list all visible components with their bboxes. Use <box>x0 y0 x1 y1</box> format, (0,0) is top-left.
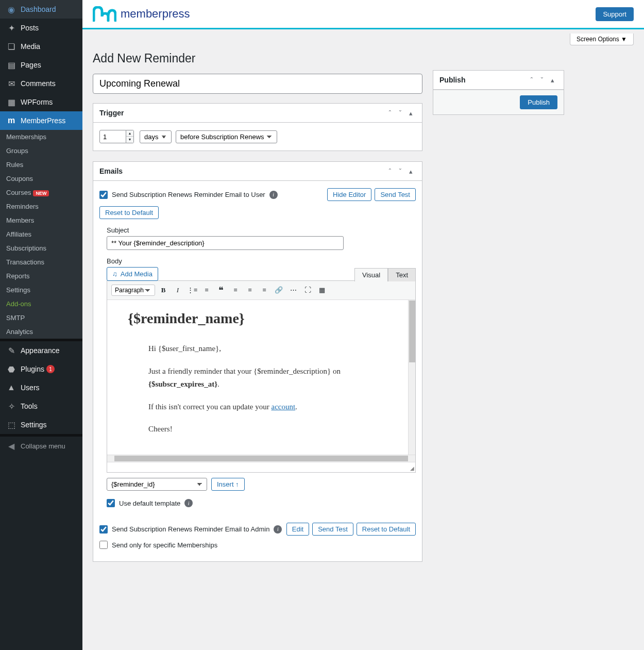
submenu-addons[interactable]: Add-ons <box>0 297 82 311</box>
horizontal-scrollbar[interactable] <box>107 455 415 462</box>
align-center-button[interactable]: ≡ <box>244 284 256 296</box>
align-right-button[interactable]: ≡ <box>258 284 270 296</box>
email-greeting: Hi {$user_first_name}, <box>148 342 395 356</box>
submenu-groups[interactable]: Groups <box>0 144 82 158</box>
memberpress-icon: m <box>6 115 16 126</box>
align-left-button[interactable]: ≡ <box>229 284 242 296</box>
emails-heading: Emails <box>99 167 385 175</box>
ul-button[interactable]: ⋮≡ <box>186 284 198 296</box>
move-up-icon[interactable]: ˆ <box>385 168 395 175</box>
add-media-button[interactable]: ♫Add Media <box>107 267 158 281</box>
screen-options-button[interactable]: Screen Options ▼ <box>570 34 634 45</box>
move-up-icon[interactable]: ˆ <box>385 109 395 117</box>
send-user-email-checkbox[interactable] <box>99 191 108 199</box>
send-test-admin-button[interactable]: Send Test <box>312 523 353 536</box>
ol-button[interactable]: ≡ <box>200 284 213 296</box>
submenu-transactions[interactable]: Transactions <box>0 255 82 269</box>
body-label: Body <box>107 257 416 265</box>
submenu-coupons[interactable]: Coupons <box>0 172 82 186</box>
media-icon: ❏ <box>6 41 16 52</box>
editor-body[interactable]: {$reminder_name} Hi {$user_first_name}, … <box>107 300 415 455</box>
publish-postbox: Publish ˆ ˇ ▴ Publish <box>433 70 564 115</box>
tab-visual[interactable]: Visual <box>354 268 388 281</box>
submenu-subscriptions[interactable]: Subscriptions <box>0 241 82 255</box>
insert-variable-select[interactable]: {$reminder_id} <box>107 478 207 491</box>
tools-icon: ✧ <box>6 401 16 411</box>
more-button[interactable]: ⋯ <box>287 284 299 296</box>
trigger-unit-select[interactable]: days <box>140 130 172 143</box>
menu-comments[interactable]: ✉Comments <box>0 74 82 93</box>
menu-appearance[interactable]: ✎Appearance <box>0 341 82 360</box>
move-down-icon[interactable]: ˇ <box>395 109 405 117</box>
dashboard-icon: ◉ <box>6 4 16 14</box>
submenu-members[interactable]: Members <box>0 213 82 227</box>
emails-postbox: Emails ˆ ˇ ▴ Send Subscription Renews Re… <box>93 161 422 562</box>
bold-button[interactable]: B <box>157 284 170 296</box>
vertical-scrollbar[interactable] <box>408 300 415 456</box>
move-up-icon[interactable]: ˆ <box>527 76 537 84</box>
italic-button[interactable]: I <box>172 284 184 296</box>
insert-button[interactable]: Insert ↑ <box>211 478 245 491</box>
tab-text[interactable]: Text <box>388 268 416 281</box>
submenu-reminders[interactable]: Reminders <box>0 199 82 213</box>
send-admin-email-checkbox[interactable] <box>99 525 108 534</box>
menu-media[interactable]: ❏Media <box>0 37 82 56</box>
send-test-button[interactable]: Send Test <box>375 188 416 201</box>
toggle-icon[interactable]: ▴ <box>547 76 557 84</box>
trigger-event-select[interactable]: before Subscription Renews <box>176 130 277 143</box>
use-default-template-checkbox[interactable] <box>107 499 115 507</box>
info-icon[interactable]: i <box>269 191 278 199</box>
email-body-line: Just a friendly reminder that your {$rem… <box>148 365 395 391</box>
submenu-rules[interactable]: Rules <box>0 158 82 172</box>
main-content: memberpress Support Screen Options ▼ Add… <box>82 0 644 650</box>
spinner-down[interactable]: ▼ <box>126 137 133 143</box>
menu-plugins[interactable]: ⬣Plugins1 <box>0 360 82 378</box>
menu-tools[interactable]: ✧Tools <box>0 397 82 415</box>
menu-users[interactable]: ▲Users <box>0 378 82 397</box>
submenu-analytics[interactable]: Analytics <box>0 325 82 339</box>
support-button[interactable]: Support <box>596 7 634 21</box>
spinner-up[interactable]: ▲ <box>126 130 133 137</box>
edit-button[interactable]: Edit <box>286 523 309 536</box>
trigger-number-input[interactable] <box>99 130 126 143</box>
menu-dashboard[interactable]: ◉Dashboard <box>0 0 82 19</box>
email-account-line: If this isn't correct you can update you… <box>148 401 395 414</box>
toolbar-toggle-button[interactable]: ▦ <box>316 284 328 296</box>
fullscreen-button[interactable]: ⛶ <box>301 284 314 296</box>
topbar: memberpress Support <box>82 0 644 29</box>
collapse-menu[interactable]: ◀Collapse menu <box>0 437 82 455</box>
move-down-icon[interactable]: ˇ <box>537 76 547 84</box>
reminder-title-input[interactable] <box>93 74 422 94</box>
link-button[interactable]: 🔗 <box>273 284 285 296</box>
format-select[interactable]: Paragraph <box>111 285 155 296</box>
subject-input[interactable] <box>107 236 344 250</box>
submenu-affiliates[interactable]: Affiliates <box>0 227 82 241</box>
hide-editor-button[interactable]: Hide Editor <box>327 188 371 201</box>
reset-default-admin-button[interactable]: Reset to Default <box>357 523 416 536</box>
appearance-icon: ✎ <box>6 345 16 356</box>
submenu-memberships[interactable]: Memberships <box>0 130 82 144</box>
account-link[interactable]: account <box>271 403 295 411</box>
menu-posts[interactable]: ✦Posts <box>0 19 82 37</box>
submenu-courses[interactable]: CoursesNEW <box>0 186 82 199</box>
wpforms-icon: ▦ <box>6 97 16 107</box>
menu-pages[interactable]: ▤Pages <box>0 56 82 74</box>
menu-memberpress[interactable]: mMemberPress <box>0 111 82 130</box>
menu-settings[interactable]: ⬚Settings <box>0 415 82 434</box>
info-icon[interactable]: i <box>274 525 282 534</box>
publish-button[interactable]: Publish <box>520 95 557 109</box>
resize-handle[interactable]: ◢ <box>410 465 414 471</box>
reset-default-button[interactable]: Reset to Default <box>99 206 159 219</box>
menu-wpforms[interactable]: ▦WPForms <box>0 93 82 111</box>
submenu-settings[interactable]: Settings <box>0 283 82 297</box>
plugins-icon: ⬣ <box>6 364 16 374</box>
toggle-icon[interactable]: ▴ <box>405 168 416 175</box>
submenu-smtp[interactable]: SMTP <box>0 311 82 325</box>
quote-button[interactable]: ❝ <box>215 284 227 296</box>
pages-icon: ▤ <box>6 60 16 70</box>
info-icon[interactable]: i <box>184 499 193 507</box>
toggle-icon[interactable]: ▴ <box>405 109 416 117</box>
submenu-reports[interactable]: Reports <box>0 269 82 283</box>
specific-memberships-checkbox[interactable] <box>99 541 108 549</box>
move-down-icon[interactable]: ˇ <box>395 168 405 175</box>
